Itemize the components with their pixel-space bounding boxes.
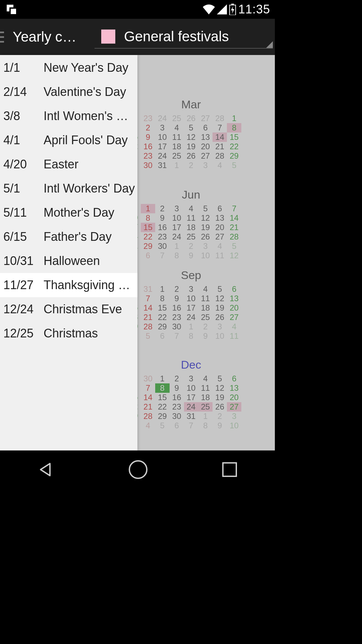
festival-item[interactable]: 1/1New Year's Day — [0, 56, 137, 80]
festival-name: Christmas — [44, 326, 137, 340]
festival-item[interactable]: 3/8Intl Women's Day — [0, 104, 137, 128]
festival-name: Mother's Day — [44, 206, 137, 220]
app-action-bar: Yearly cal… General festivals — [0, 19, 275, 55]
festival-date: 12/24 — [3, 302, 44, 316]
main-content: 2627282930311234567891011121314151617181… — [0, 55, 275, 450]
category-spinner-label: General festivals — [124, 29, 229, 45]
month-block: Dec3012345678910111213141516171819202122… — [141, 358, 241, 430]
festival-item[interactable]: 4/1April Fools' Day — [0, 128, 137, 152]
festival-date: 1/1 — [3, 61, 44, 75]
festival-item[interactable]: 2/14Valentine's Day — [0, 80, 137, 104]
festival-name: New Year's Day — [44, 61, 137, 75]
svg-rect-3 — [223, 463, 236, 476]
festival-date: 5/11 — [3, 206, 44, 220]
category-spinner[interactable]: General festivals — [95, 25, 273, 49]
festival-date: 5/1 — [3, 181, 44, 196]
festival-date: 2/14 — [3, 85, 44, 99]
festival-date: 10/31 — [3, 254, 44, 268]
nav-home-icon[interactable] — [128, 460, 148, 480]
status-bar: 11:35 — [0, 0, 275, 19]
festival-date: 4/20 — [3, 157, 44, 171]
cell-signal-icon — [217, 4, 227, 14]
festival-date: 11/27 — [3, 278, 44, 292]
month-title: Sep — [141, 269, 241, 282]
festival-item[interactable]: 4/20Easter — [0, 152, 137, 176]
svg-rect-1 — [231, 4, 234, 5]
month-title: Jun — [141, 188, 241, 201]
month-block: Sep3112345678910111213141516171819202122… — [141, 269, 241, 341]
nav-recent-icon[interactable] — [221, 461, 238, 478]
category-color-swatch — [101, 30, 115, 44]
festival-name: Valentine's Day — [44, 85, 137, 99]
festival-date: 6/15 — [3, 230, 44, 244]
month-title: Dec — [141, 358, 241, 371]
festival-name: Intl Women's Day — [44, 109, 137, 123]
wifi-icon — [203, 4, 215, 14]
festival-name: Father's Day — [44, 230, 137, 244]
app-indicator-icon — [5, 3, 18, 16]
drawer-toggle-icon[interactable] — [0, 19, 6, 55]
festival-date: 12/25 — [3, 326, 44, 340]
nav-back-icon[interactable] — [37, 460, 55, 479]
page-title: Yearly cal… — [13, 29, 83, 45]
festival-name: Halloween — [44, 254, 137, 268]
status-clock: 11:35 — [238, 2, 270, 16]
festival-side-panel: 1/1New Year's Day2/14Valentine's Day3/8I… — [0, 55, 137, 450]
festival-name: Christmas Eve — [44, 302, 137, 316]
festival-name: April Fools' Day — [44, 133, 137, 147]
festival-item[interactable]: 12/24Christmas Eve — [0, 297, 137, 321]
festival-item[interactable]: 10/31Halloween — [0, 249, 137, 273]
festival-name: Thanksgiving Day — [44, 278, 137, 292]
battery-charging-icon — [229, 4, 236, 15]
month-block: Jun1234567891011121314151617181920212223… — [141, 188, 241, 260]
festival-item[interactable]: 6/15Father's Day — [0, 225, 137, 249]
system-navigation-bar — [0, 450, 275, 488]
festival-item[interactable]: 5/11Mother's Day — [0, 201, 137, 225]
festival-item[interactable]: 11/27Thanksgiving Day — [0, 273, 137, 297]
festival-item[interactable]: 12/25Christmas — [0, 321, 137, 345]
festival-name: Intl Workers' Day — [44, 181, 137, 196]
month-block: Mar2324252627281234567891011121314151617… — [141, 98, 241, 170]
festival-name: Easter — [44, 157, 137, 171]
month-title: Mar — [141, 98, 241, 111]
festival-date: 4/1 — [3, 133, 44, 147]
festival-date: 3/8 — [3, 109, 44, 123]
festival-item[interactable]: 5/1Intl Workers' Day — [0, 176, 137, 201]
festival-list: 1/1New Year's Day2/14Valentine's Day3/8I… — [0, 55, 137, 345]
svg-point-2 — [129, 461, 147, 478]
